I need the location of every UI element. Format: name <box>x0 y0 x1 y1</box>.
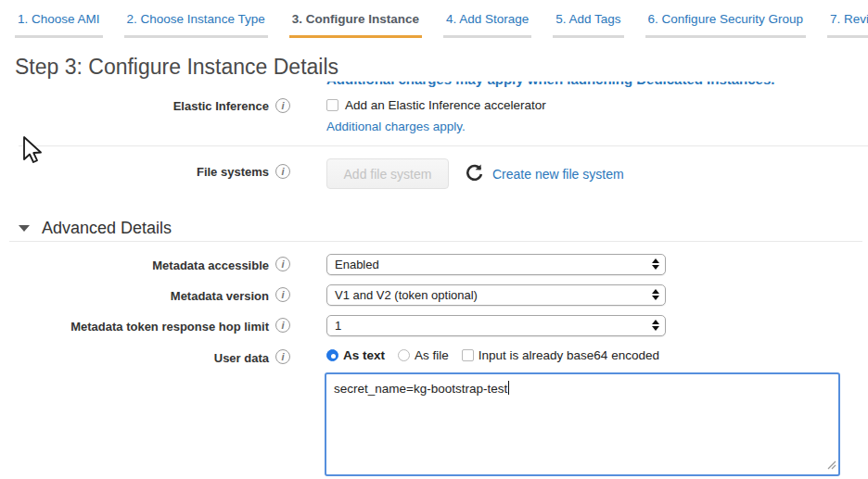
base64-encoded-checkbox-label: Input is already base64 encoded <box>479 348 659 362</box>
section-divider <box>9 241 862 242</box>
wizard-tabs: 1. Choose AMI 2. Choose Instance Type 3.… <box>15 12 868 38</box>
metadata-hop-limit-info-icon[interactable]: i <box>275 318 290 333</box>
metadata-version-info-icon[interactable]: i <box>275 287 290 302</box>
tab-choose-ami[interactable]: 1. Choose AMI <box>15 12 103 38</box>
user-data-label: User data <box>0 351 269 365</box>
additional-charges-link[interactable]: Additional charges apply. <box>326 120 466 133</box>
tab-configure-instance[interactable]: 3. Configure Instance <box>289 12 422 38</box>
refresh-icon[interactable] <box>465 163 484 185</box>
elastic-inference-checkbox-label: Add an Elastic Inference accelerator <box>345 98 546 112</box>
metadata-accessible-select[interactable]: Enabled <box>326 254 666 275</box>
metadata-accessible-info-icon[interactable]: i <box>275 257 290 271</box>
base64-encoded-checkbox[interactable] <box>462 349 474 361</box>
elastic-inference-checkbox[interactable] <box>326 99 338 111</box>
user-data-info-icon[interactable]: i <box>275 349 290 364</box>
metadata-hop-limit-value: 1 <box>335 319 341 333</box>
metadata-version-value: V1 and V2 (token optional) <box>335 288 478 302</box>
as-file-radio[interactable] <box>398 349 410 361</box>
user-data-mode-row: As text As file Input is already base64 … <box>326 348 659 362</box>
tab-choose-instance-type[interactable]: 2. Choose Instance Type <box>124 12 268 38</box>
tab-add-storage[interactable]: 4. Add Storage <box>443 12 531 38</box>
tab-review[interactable]: 7. Review <box>827 12 868 38</box>
as-file-radio-label: As file <box>415 348 449 362</box>
tab-add-tags[interactable]: 5. Add Tags <box>553 12 623 38</box>
user-data-textarea[interactable]: secret_name=kg-bootstrap-test <box>325 372 840 476</box>
page-title: Step 3: Configure Instance Details <box>15 55 338 80</box>
as-text-radio-label: As text <box>343 348 385 362</box>
elastic-inference-label: Elastic Inference <box>0 99 269 113</box>
advanced-details-toggle[interactable]: Advanced Details <box>19 219 172 238</box>
select-stepper-icon <box>652 289 659 300</box>
configure-instance-page: 1. Choose AMI 2. Choose Instance Type 3.… <box>0 0 868 479</box>
mouse-cursor <box>20 135 45 170</box>
advanced-details-title: Advanced Details <box>42 219 172 238</box>
add-file-system-button[interactable]: Add file system <box>326 158 449 189</box>
row-divider <box>19 145 868 146</box>
metadata-version-label: Metadata version <box>0 289 269 303</box>
metadata-hop-limit-label: Metadata token response hop limit <box>0 320 269 334</box>
step-heading-band: Step 3: Configure Instance Details <box>0 39 868 82</box>
select-stepper-icon <box>652 258 659 270</box>
as-text-radio[interactable] <box>326 349 338 361</box>
create-new-file-system-link[interactable]: Create new file system <box>492 167 624 182</box>
file-systems-info-icon[interactable]: i <box>275 164 290 179</box>
text-caret <box>508 381 509 395</box>
chevron-down-icon <box>19 225 30 232</box>
tab-configure-security-group[interactable]: 6. Configure Security Group <box>645 12 806 38</box>
elastic-inference-info-icon[interactable]: i <box>275 98 290 113</box>
elastic-inference-checkbox-row: Add an Elastic Inference accelerator <box>326 98 546 112</box>
metadata-accessible-label: Metadata accessible <box>0 258 269 272</box>
metadata-accessible-value: Enabled <box>335 258 379 271</box>
metadata-hop-limit-select[interactable]: 1 <box>326 315 666 336</box>
select-stepper-icon <box>652 320 659 331</box>
metadata-version-select[interactable]: V1 and V2 (token optional) <box>326 284 666 306</box>
textarea-resize-handle[interactable] <box>826 459 836 473</box>
user-data-text: secret_name=kg-bootstrap-test <box>334 382 507 396</box>
